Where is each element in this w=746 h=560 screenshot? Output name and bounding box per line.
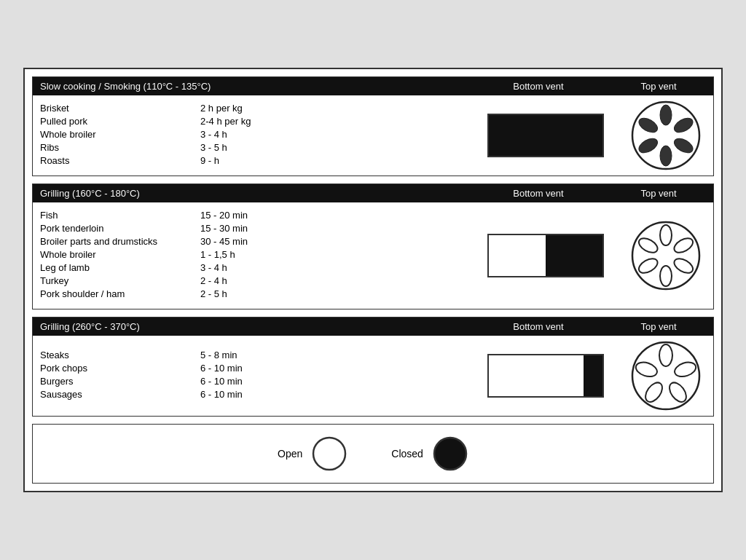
food-name: Pork chops <box>40 363 200 374</box>
food-row: Ribs 3 - 5 h <box>40 142 480 153</box>
food-row: Broiler parts and drumsticks 30 - 45 min <box>40 236 480 247</box>
bottom-vent-slow-cooking <box>480 110 611 161</box>
legend-open-icon <box>311 435 348 472</box>
bottom-vent-rect <box>487 114 604 157</box>
food-time: 3 - 4 h <box>200 129 288 140</box>
food-name: Sausages <box>40 389 200 400</box>
svg-point-7 <box>632 222 699 289</box>
food-name: Roasts <box>40 155 200 166</box>
food-time: 3 - 5 h <box>200 142 288 153</box>
bottom-vent-grilling-high <box>480 350 611 401</box>
food-row: Brisket 2 h per kg <box>40 103 480 114</box>
section-header-grilling-high: Grilling (260°C - 370°C) Bottom vent Top… <box>33 318 713 336</box>
legend-section: Open Closed <box>32 424 714 484</box>
food-row: Burgers 6 - 10 min <box>40 376 480 387</box>
section-grilling-high: Grilling (260°C - 370°C) Bottom vent Top… <box>32 317 714 417</box>
vent-left-half <box>489 235 546 276</box>
svg-point-20 <box>313 438 345 470</box>
top-vent-grilling-mid <box>626 223 706 288</box>
svg-point-1 <box>660 105 672 125</box>
food-time: 5 - 8 min <box>200 350 288 360</box>
section-body-grilling-mid: Fish 15 - 20 min Pork tenderloin 15 - 30… <box>33 202 713 309</box>
food-name: Pork shoulder / ham <box>40 288 200 299</box>
food-name: Whole broiler <box>40 129 200 140</box>
bottom-vent-grilling-mid <box>480 230 611 281</box>
svg-point-21 <box>434 438 466 470</box>
food-name: Pulled pork <box>40 116 200 127</box>
vent-visuals-grilling-high <box>480 343 706 409</box>
food-row: Leg of lamb 3 - 4 h <box>40 262 480 273</box>
svg-point-14 <box>632 342 699 409</box>
section-header-grilling-mid: Grilling (160°C - 180°C) Bottom vent Top… <box>33 184 713 202</box>
vent-visuals-slow-cooking <box>480 103 706 168</box>
food-row: Pork tenderloin 15 - 30 min <box>40 223 480 234</box>
food-time: 2-4 h per kg <box>200 116 288 127</box>
food-row: Sausages 6 - 10 min <box>40 389 480 400</box>
bottom-vent-label-grilling-mid: Bottom vent <box>466 188 611 199</box>
food-time: 2 - 4 h <box>200 275 288 286</box>
vent-small-portion <box>584 355 602 396</box>
vent-labels-grilling-high: Bottom vent Top vent <box>466 321 706 332</box>
food-list-grilling-mid: Fish 15 - 20 min Pork tenderloin 15 - 30… <box>40 210 480 301</box>
food-row: Roasts 9 - h <box>40 155 480 166</box>
food-time: 3 - 4 h <box>200 262 288 273</box>
top-vent-svg-open-2 <box>629 219 702 292</box>
legend-closed: Closed <box>391 435 468 472</box>
food-name: Brisket <box>40 103 200 114</box>
food-time: 15 - 30 min <box>200 223 288 234</box>
legend-closed-icon <box>432 435 468 472</box>
food-name: Burgers <box>40 376 200 387</box>
top-vent-grilling-high <box>626 343 706 409</box>
food-name: Leg of lamb <box>40 262 200 273</box>
top-vent-svg-open-3 <box>629 339 702 412</box>
food-row: Whole broiler 3 - 4 h <box>40 129 480 140</box>
top-vent-label-grilling-mid: Top vent <box>611 188 706 199</box>
food-row: Pork chops 6 - 10 min <box>40 363 480 374</box>
food-row: Steaks 5 - 8 min <box>40 350 480 360</box>
food-row: Fish 15 - 20 min <box>40 210 480 221</box>
food-list-grilling-high: Steaks 5 - 8 min Pork chops 6 - 10 min B… <box>40 350 480 402</box>
top-vent-svg-open <box>629 99 702 172</box>
vent-large-portion <box>489 355 584 396</box>
food-row: Pork shoulder / ham 2 - 5 h <box>40 288 480 299</box>
section-slow-cooking: Slow cooking / Smoking (110°C - 135°C) B… <box>32 76 714 176</box>
bottom-vent-label-slow-cooking: Bottom vent <box>466 81 611 92</box>
section-title-slow-cooking: Slow cooking / Smoking (110°C - 135°C) <box>40 81 466 92</box>
food-name: Fish <box>40 210 200 221</box>
food-time: 6 - 10 min <box>200 376 288 387</box>
food-name: Steaks <box>40 350 200 360</box>
bottom-vent-rect <box>487 354 604 398</box>
food-row: Pulled pork 2-4 h per kg <box>40 116 480 127</box>
top-vent-label-slow-cooking: Top vent <box>611 81 706 92</box>
section-body-slow-cooking: Brisket 2 h per kg Pulled pork 2-4 h per… <box>33 95 713 176</box>
main-page: Slow cooking / Smoking (110°C - 135°C) B… <box>23 68 723 492</box>
vent-visuals-grilling-mid <box>480 223 706 288</box>
legend-open-label: Open <box>278 448 302 460</box>
food-time: 2 - 5 h <box>200 288 288 299</box>
vent-labels-grilling-mid: Bottom vent Top vent <box>466 188 706 199</box>
svg-point-4 <box>660 146 672 166</box>
bottom-vent-rect <box>487 234 604 277</box>
top-vent-slow-cooking <box>626 103 706 168</box>
vent-labels-slow-cooking: Bottom vent Top vent <box>466 81 706 92</box>
section-header-slow-cooking: Slow cooking / Smoking (110°C - 135°C) B… <box>33 77 713 95</box>
food-name: Whole broiler <box>40 249 200 260</box>
food-time: 15 - 20 min <box>200 210 288 221</box>
section-title-grilling-mid: Grilling (160°C - 180°C) <box>40 188 466 199</box>
food-row: Turkey 2 - 4 h <box>40 275 480 286</box>
food-name: Ribs <box>40 142 200 153</box>
food-time: 1 - 1,5 h <box>200 249 288 260</box>
bottom-vent-label-grilling-high: Bottom vent <box>466 321 611 332</box>
food-name: Broiler parts and drumsticks <box>40 236 200 247</box>
food-name: Pork tenderloin <box>40 223 200 234</box>
food-time: 2 h per kg <box>200 103 288 114</box>
legend-closed-label: Closed <box>391 448 423 460</box>
section-grilling-mid: Grilling (160°C - 180°C) Bottom vent Top… <box>32 184 714 309</box>
food-time: 6 - 10 min <box>200 389 288 400</box>
food-time: 9 - h <box>200 155 288 166</box>
food-time: 6 - 10 min <box>200 363 288 374</box>
section-body-grilling-high: Steaks 5 - 8 min Pork chops 6 - 10 min B… <box>33 336 713 416</box>
legend-open: Open <box>278 435 348 472</box>
vent-right-half <box>546 235 602 276</box>
food-row: Whole broiler 1 - 1,5 h <box>40 249 480 260</box>
